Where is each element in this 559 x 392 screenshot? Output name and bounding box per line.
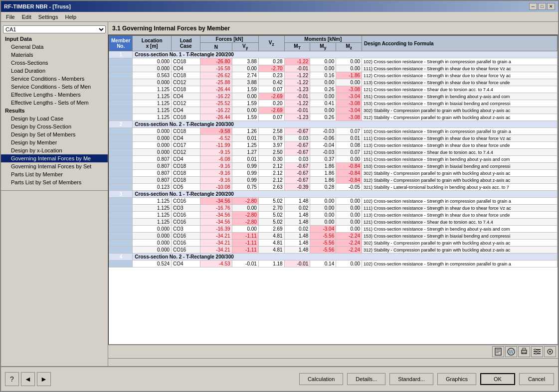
row-N: -9.16 [200,177,232,184]
help-button[interactable]: ? [5,372,19,386]
row-formula: 302) Stability - Compression parallel to… [362,170,558,177]
bottom-icon-bar: W [108,345,558,358]
sidebar-item-design-x-location[interactable]: Design by x-Location [1,146,108,154]
row-My: -0.03 [310,128,336,135]
row-location: 0.000 [133,128,172,135]
row-N: -16.22 [200,93,232,100]
table-row: 0.000CO12-25.883.880.42-1.220.000.00113)… [109,79,558,86]
row-MT: -0.01 [284,261,310,267]
row-My: 0.00 [310,58,336,65]
sidebar-item-governing-forces-member[interactable]: Governing Internal Forces by Me [1,154,108,162]
prev-button[interactable]: ◄ [21,372,35,386]
row-member-no [109,184,133,191]
row-N: -25.52 [200,100,232,107]
row-Mz: -1.86 [336,72,362,79]
row-location: 0.807 [133,170,172,177]
svg-point-16 [549,351,551,353]
maximize-button[interactable]: □ [538,3,546,10]
member-number-cell: 2 [109,121,133,128]
next-button[interactable]: ► [37,372,51,386]
menu-settings[interactable]: Settings [35,13,61,20]
row-location: 0.000 [133,58,172,65]
row-N: -16.39 [200,226,232,233]
sidebar-item-load-duration[interactable]: Load Duration [1,67,108,75]
row-formula: 102) Cross-section resistance - Strength… [362,128,558,135]
row-load-case: CO16 [172,240,200,247]
window-controls: ─ □ ✕ [529,3,555,10]
sidebar-results-header: Results [1,107,108,115]
row-member-no [109,247,133,254]
row-member-no [109,93,133,100]
ca-dropdown[interactable]: CA1 [3,25,106,33]
row-My: 0.41 [310,100,336,107]
icon-btn-export[interactable]: W [505,346,517,357]
row-load-case: CO16 [172,219,200,226]
row-Vy: 0.00 [232,93,258,100]
sidebar-item-design-cross-section[interactable]: Design by Cross-Section [1,123,108,131]
icon-btn-view[interactable] [544,346,556,357]
sidebar-item-parts-list-set[interactable]: Parts List by Set of Members [1,178,108,186]
graphics-button[interactable]: Graphics [437,373,476,385]
ok-button[interactable]: OK [480,373,515,385]
row-MT: -0.39 [284,184,310,191]
row-My: 0.00 [310,198,336,205]
close-button[interactable]: ✕ [547,3,555,10]
sidebar-item-design-member[interactable]: Design by Member [1,138,108,146]
details-button[interactable]: Details... [347,373,385,385]
row-MT: 1.48 [284,219,310,226]
window-title: RF-TIMBER NBR - [Truss] [4,3,71,9]
row-MT: 0.03 [284,135,310,142]
row-My: -0.04 [310,142,336,149]
table-row: 0.000CO16-34.21-1.114.811.48-5.56-2.2415… [109,233,558,240]
row-My: 0.00 [310,219,336,226]
row-formula: 112) Cross-section resistance - Strength… [362,72,558,79]
row-Mz: -0.84 [336,170,362,177]
row-formula: 121) Cross-section resistance - Shear du… [362,219,558,226]
row-Vz: 5.02 [258,212,284,219]
sidebar-item-cross-sections[interactable]: Cross-Sections [1,59,108,67]
sidebar-item-parts-list-member[interactable]: Parts List by Member [1,170,108,178]
row-location: 1.125 [133,107,172,114]
row-Vz: 5.02 [258,219,284,226]
icon-btn-print[interactable] [518,346,530,357]
sidebar-hscroll [1,190,108,198]
row-Vy: -2.80 [232,212,258,219]
sidebar-item-general-data[interactable]: General Data [1,43,108,51]
footer-nav-icons: ? ◄ ► [5,372,51,386]
sidebar-item-effective-lengths-members[interactable]: Effective Lengths - Members [1,91,108,99]
row-N: -34.21 [200,240,232,247]
standard-button[interactable]: Standard... [389,373,433,385]
menu-edit[interactable]: Edit [19,13,34,20]
menu-help[interactable]: Help [62,13,79,20]
icon-btn-report[interactable] [492,346,504,357]
row-N: -34.56 [200,198,232,205]
sidebar-item-design-load-case[interactable]: Design by Load Case [1,115,108,123]
table-row: 1.125CO18-26.441.590.07-1.230.26-3.08121… [109,86,558,93]
row-member-no [109,219,133,226]
row-My: -3.04 [310,226,336,233]
sidebar-scrollbar[interactable] [1,191,108,198]
row-MT: 1.48 [284,247,310,254]
minimize-button[interactable]: ─ [529,3,537,10]
row-Vz: 2.12 [258,177,284,184]
sidebar-item-effective-lengths-sets[interactable]: Effective Lengths - Sets of Mem [1,99,108,107]
sidebar-item-service-conditions-sets[interactable]: Service Conditions - Sets of Men [1,83,108,91]
row-N: -16.22 [200,107,232,114]
data-table: MemberNo. Locationx [m] LoadCase Forces … [109,35,558,267]
col-header-member-no: MemberNo. [109,36,133,51]
table-section-row: 1Cross-section No. 1 - T-Rectangle 200/2… [109,51,558,58]
row-MT: -0.67 [284,142,310,149]
row-Mz: 0.07 [336,128,362,135]
calculation-button[interactable]: Calculation [299,373,343,385]
section-label-cell: Cross-section No. 1 - T-Rectangle 200/20… [133,51,558,58]
menu-file[interactable]: File [3,13,18,20]
sidebar-item-materials[interactable]: Materials [1,51,108,59]
table-row: 0.807CO18-9.160.992.12-0.671.86-0.84153)… [109,163,558,170]
icon-btn-settings2[interactable] [531,346,543,357]
sidebar-item-governing-forces-set[interactable]: Governing Internal Forces by Set [1,162,108,170]
sidebar-item-service-conditions-members[interactable]: Service Conditions - Members [1,75,108,83]
data-table-container: MemberNo. Locationx [m] LoadCase Forces … [108,35,558,345]
cancel-button[interactable]: Cancel [519,373,554,385]
sidebar-item-design-set-members[interactable]: Design by Set of Members [1,131,108,138]
row-Mz: -2.24 [336,240,362,247]
